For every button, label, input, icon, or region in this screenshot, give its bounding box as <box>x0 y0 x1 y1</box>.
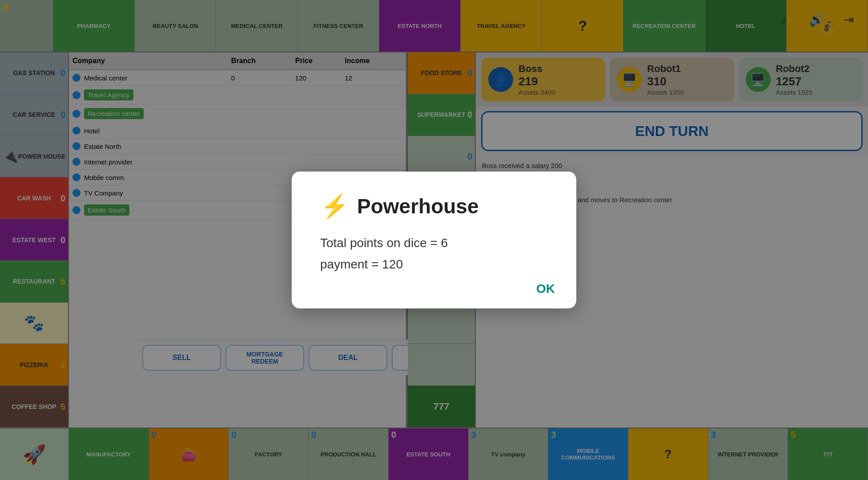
modal-bolt-icon: ⚡ <box>320 193 349 220</box>
modal-ok-button[interactable]: OK <box>536 282 555 296</box>
modal-title: Powerhouse <box>357 194 479 218</box>
modal-body: Total points on dice = 6 payment = 120 <box>320 232 548 275</box>
modal-body-line2: payment = 120 <box>320 254 548 275</box>
modal-title-row: ⚡ Powerhouse <box>320 193 548 220</box>
modal-body-line1: Total points on dice = 6 <box>320 232 548 254</box>
modal-box: ⚡ Powerhouse Total points on dice = 6 pa… <box>292 172 576 308</box>
modal-overlay[interactable]: ⚡ Powerhouse Total points on dice = 6 pa… <box>0 0 868 480</box>
